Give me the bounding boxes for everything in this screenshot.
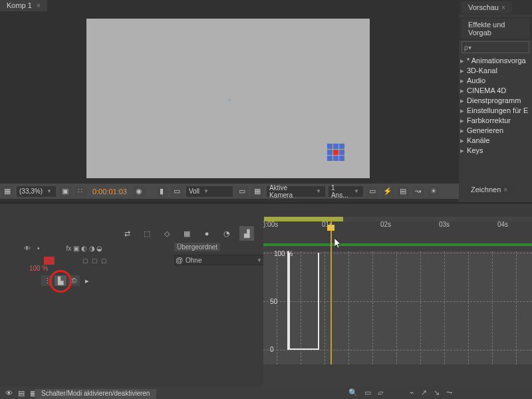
- time-ruler[interactable]: ):00s 01s 02s 03s 04s: [263, 221, 532, 235]
- toggle-channels-button[interactable]: ▦: [1, 186, 13, 197]
- preview-panel-tab[interactable]: Vorschau×: [462, 1, 512, 13]
- tree-item[interactable]: ▸* Animationsvorga: [460, 56, 531, 66]
- parent-value: Ohne: [186, 257, 201, 264]
- channel-alpha-button[interactable]: ▭: [171, 186, 183, 197]
- close-icon[interactable]: ×: [501, 4, 505, 11]
- property-value[interactable]: 100 %: [29, 265, 48, 272]
- tool-button[interactable]: ◇: [160, 226, 174, 241]
- toggle-button[interactable]: 👁: [5, 389, 13, 397]
- graph-tool-button[interactable]: ▭: [364, 388, 371, 397]
- tree-item[interactable]: ▸Generieren: [460, 126, 531, 136]
- anchor-icon: ✦: [227, 96, 232, 104]
- switch-icon[interactable]: ▢: [90, 257, 98, 265]
- tree-item[interactable]: ▸Keys: [460, 146, 531, 156]
- prop-graph-button[interactable]: ⋮: [41, 275, 53, 286]
- cached-preview-bar: [263, 243, 532, 246]
- time-tick: ):00s: [263, 221, 278, 228]
- switches-col-icon: fx ▣ ◐ ◑ ◒: [66, 245, 103, 252]
- layer-square[interactable]: [327, 144, 344, 161]
- graph-curve[interactable]: [289, 253, 319, 350]
- tree-item[interactable]: ▸Farbkorrektur: [460, 116, 531, 126]
- close-icon[interactable]: ×: [37, 2, 41, 9]
- flow-button[interactable]: ↝: [412, 186, 424, 197]
- tree-item[interactable]: ▸Einstellungen für E: [460, 106, 531, 116]
- arrow-right-icon: ▸: [460, 86, 467, 95]
- time-tick: 02s: [380, 221, 391, 228]
- close-icon[interactable]: ×: [503, 186, 507, 194]
- 3d-view-value: Aktive Kamera: [269, 184, 312, 199]
- channel-rgb-button[interactable]: ▮: [156, 186, 168, 197]
- preview-tab-label: Vorschau: [468, 3, 499, 11]
- toggle-button[interactable]: ▤: [18, 389, 25, 398]
- current-time-indicator[interactable]: [331, 217, 332, 364]
- chevron-down-icon: ▼: [257, 257, 262, 263]
- cti-playhead[interactable]: [327, 225, 334, 231]
- effects-panel-tab[interactable]: Effekte und Vorgab: [462, 19, 529, 39]
- graph-tool-button[interactable]: ↗: [421, 388, 427, 397]
- timecode-button[interactable]: ▤: [397, 186, 409, 197]
- transparency-grid-button[interactable]: ▦: [251, 186, 263, 197]
- tree-item[interactable]: ▸3D-Kanal: [460, 66, 531, 76]
- roi-button[interactable]: ▭: [236, 186, 248, 197]
- effects-search-input[interactable]: ρ▾: [462, 41, 529, 53]
- mouse-cursor-icon: [334, 238, 342, 249]
- comp-tab-label: Komp 1: [7, 1, 32, 9]
- right-panel: Vorschau× Effekte und Vorgab ρ▾ ▸* Anima…: [459, 0, 532, 202]
- views-select[interactable]: 1 Ans...▼: [329, 186, 363, 197]
- grid-button[interactable]: ∷: [74, 186, 86, 197]
- pickwhip-icon[interactable]: @: [176, 256, 183, 264]
- search-icon: ρ▾: [464, 44, 471, 51]
- arrow-right-icon: ▸: [460, 116, 467, 125]
- zoom-value: (33,3%): [19, 188, 43, 195]
- switch-icon[interactable]: ▢: [81, 257, 89, 265]
- y-axis-label: 0: [270, 346, 274, 353]
- composition-viewer[interactable]: ✦: [86, 19, 370, 178]
- tree-item[interactable]: ▸CINEMA 4D: [460, 86, 531, 96]
- safe-zones-button[interactable]: ▣: [59, 186, 71, 197]
- zoom-select[interactable]: (33,3%)▼: [17, 186, 56, 197]
- arrow-right-icon: ▸: [460, 57, 467, 65]
- tree-item[interactable]: ▸Audio: [460, 76, 531, 86]
- arrow-right-icon: ▸: [460, 96, 467, 105]
- graph-tool-button[interactable]: ⌁: [410, 388, 414, 397]
- exposure-button[interactable]: ☀: [428, 186, 440, 197]
- draw-panel-tab[interactable]: Zeichnen×: [464, 184, 514, 196]
- av-col-icon: 👁: [24, 245, 31, 252]
- chevron-down-icon: ▼: [47, 188, 52, 194]
- tool-button[interactable]: ●: [200, 226, 214, 241]
- chevron-down-icon: ▼: [354, 188, 359, 194]
- graph-curve: [287, 251, 289, 350]
- time-tick: 03s: [439, 221, 450, 228]
- tool-button[interactable]: ◔: [219, 226, 234, 241]
- pixel-ar-button[interactable]: ▭: [366, 186, 378, 197]
- y-axis-label: 50: [270, 298, 277, 305]
- work-area-ruler[interactable]: [263, 217, 532, 221]
- current-time[interactable]: 0:00:01:03: [90, 188, 130, 196]
- layer-color-swatch: [44, 257, 55, 265]
- graph-tool-button[interactable]: ↘: [434, 388, 440, 397]
- time-tick: 04s: [497, 221, 508, 228]
- tool-button[interactable]: ⇄: [120, 226, 134, 241]
- 3d-view-select[interactable]: Aktive Kamera▼: [267, 186, 325, 197]
- value-graph[interactable]: 100 % 50 0: [263, 251, 532, 364]
- tool-button[interactable]: ▦: [180, 226, 194, 241]
- expression-button[interactable]: ©: [68, 275, 80, 286]
- fast-preview-button[interactable]: ⚡: [382, 186, 394, 197]
- tree-item[interactable]: ▸Dienstprogramm: [460, 96, 531, 106]
- effects-tab-label: Effekte und Vorgab: [468, 21, 505, 37]
- snapshot-button[interactable]: ◉: [133, 186, 145, 197]
- graph-tool-button[interactable]: 🔍: [348, 388, 358, 397]
- parent-select[interactable]: Ohne ▼: [174, 255, 265, 265]
- graph-tool-button[interactable]: ⤳: [446, 388, 452, 397]
- tool-button[interactable]: ⬚: [140, 226, 154, 241]
- graph-tool-button[interactable]: ▱: [378, 388, 383, 397]
- tree-item[interactable]: ▸Kanäle: [460, 136, 531, 146]
- graph-editor-toggle[interactable]: ▙: [55, 275, 66, 286]
- nav-button[interactable]: ▸: [81, 275, 93, 286]
- graph-editor-button[interactable]: ▟: [239, 226, 254, 241]
- comp-tab[interactable]: Komp 1 ×: [0, 0, 47, 11]
- resolution-select[interactable]: Voll▼: [186, 186, 233, 197]
- arrow-right-icon: ▸: [460, 136, 467, 145]
- parent-header: Übergeordnet: [174, 243, 220, 251]
- switch-icon[interactable]: ▢: [100, 257, 108, 265]
